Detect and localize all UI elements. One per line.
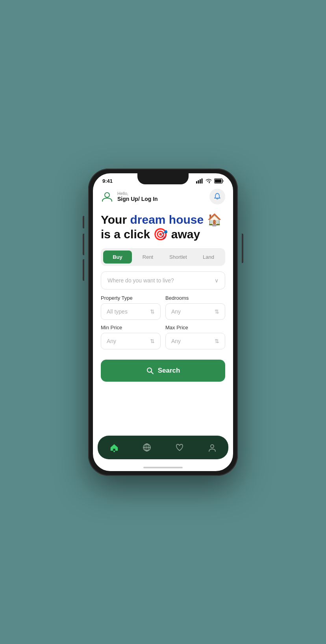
- max-price-value: Any: [171, 338, 181, 344]
- tab-buy[interactable]: Buy: [103, 251, 132, 264]
- status-time: 9:41: [102, 178, 113, 184]
- hero-title: Your dream house 🏠 is a click 🎯 away: [101, 212, 225, 242]
- min-price-value: Any: [107, 338, 116, 344]
- max-price-select[interactable]: Any ⇅: [165, 333, 225, 349]
- profile-nav-icon: [207, 443, 217, 452]
- battery-icon: [214, 178, 224, 184]
- svg-point-6: [105, 193, 109, 197]
- bedrooms-label: Bedrooms: [165, 295, 225, 301]
- property-tabs: Buy Rent Shortlet Land: [101, 248, 225, 266]
- notch: [137, 173, 189, 184]
- property-type-value: All types: [107, 308, 128, 315]
- explore-nav-icon: [142, 443, 152, 452]
- phone-screen: 9:41: [93, 173, 233, 471]
- search-icon: [146, 367, 154, 375]
- bottom-navigation: [98, 436, 228, 459]
- sort-icon-min: ⇅: [150, 338, 155, 344]
- property-type-col: Property Type All types ⇅: [101, 295, 161, 320]
- wifi-icon: [205, 178, 212, 184]
- svg-line-8: [151, 372, 153, 374]
- hero-highlight: dream house: [130, 213, 204, 226]
- header-left: Hello, Sign Up/ Log In: [101, 190, 158, 203]
- svg-rect-5: [215, 179, 222, 182]
- bedrooms-col: Bedrooms Any ⇅: [165, 295, 225, 320]
- header-text: Hello, Sign Up/ Log In: [117, 191, 158, 202]
- search-button[interactable]: Search: [101, 360, 225, 382]
- heart-nav-icon: [175, 443, 184, 452]
- bell-icon: [213, 193, 221, 200]
- tab-shortlet[interactable]: Shortlet: [164, 251, 193, 264]
- sort-icon-property: ⇅: [150, 308, 155, 315]
- signal-icon: [196, 178, 203, 184]
- nav-item-home[interactable]: [103, 441, 125, 454]
- svg-point-14: [211, 445, 214, 448]
- notification-button[interactable]: [209, 189, 225, 204]
- tab-land[interactable]: Land: [194, 251, 223, 264]
- bedrooms-value: Any: [171, 308, 181, 315]
- min-price-select[interactable]: Any ⇅: [101, 333, 161, 349]
- filter-row-1: Property Type All types ⇅ Bedrooms Any ⇅: [101, 295, 225, 320]
- svg-rect-0: [196, 181, 197, 184]
- svg-point-9: [113, 451, 115, 452]
- chevron-down-icon: ∨: [215, 277, 219, 284]
- filter-row-2: Min Price Any ⇅ Max Price Any ⇅: [101, 325, 225, 349]
- hero-text-3: away: [168, 228, 200, 241]
- location-dropdown[interactable]: Where do you want to live? ∨: [101, 271, 225, 290]
- sort-icon-bedrooms: ⇅: [215, 308, 219, 315]
- search-label: Search: [158, 367, 180, 375]
- nav-item-profile[interactable]: [201, 441, 223, 454]
- max-price-col: Max Price Any ⇅: [165, 325, 225, 349]
- user-avatar-icon: [101, 190, 113, 203]
- hero-section: Your dream house 🏠 is a click 🎯 away: [93, 208, 233, 248]
- min-price-col: Min Price Any ⇅: [101, 325, 161, 349]
- home-nav-icon: [109, 443, 119, 452]
- svg-rect-3: [202, 178, 203, 184]
- bedrooms-select[interactable]: Any ⇅: [165, 303, 225, 320]
- hero-text-1: Your: [101, 213, 130, 226]
- status-icons: [196, 178, 224, 184]
- property-type-select[interactable]: All types ⇅: [101, 303, 161, 320]
- property-type-label: Property Type: [101, 295, 161, 301]
- nav-item-explore[interactable]: [136, 441, 158, 454]
- filter-section: Property Type All types ⇅ Bedrooms Any ⇅: [101, 295, 225, 354]
- location-placeholder: Where do you want to live?: [107, 277, 174, 284]
- home-indicator: [93, 464, 233, 471]
- hero-text-2: is a click: [101, 228, 153, 241]
- home-indicator-bar: [143, 467, 183, 468]
- nav-item-favorites[interactable]: [169, 441, 191, 454]
- svg-rect-2: [200, 179, 201, 184]
- sort-icon-max: ⇅: [215, 338, 219, 344]
- phone-device: 9:41: [88, 169, 238, 476]
- max-price-label: Max Price: [165, 325, 225, 330]
- svg-rect-1: [198, 180, 199, 184]
- tab-rent[interactable]: Rent: [133, 251, 162, 264]
- min-price-label: Min Price: [101, 325, 161, 330]
- hello-label: Hello,: [117, 191, 158, 196]
- hero-emoji-2: 🎯: [153, 228, 168, 241]
- signup-button[interactable]: Sign Up/ Log In: [117, 196, 158, 202]
- app-header: Hello, Sign Up/ Log In: [93, 186, 233, 208]
